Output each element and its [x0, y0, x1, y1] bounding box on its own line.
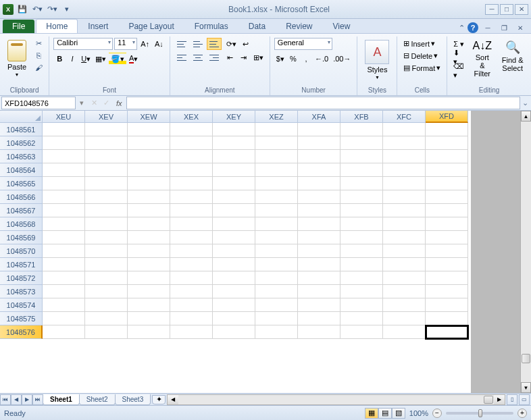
cell[interactable]	[383, 231, 426, 244]
cell[interactable]	[43, 163, 85, 177]
cell[interactable]	[128, 136, 170, 150]
cell[interactable]	[340, 298, 383, 312]
cell[interactable]	[340, 285, 383, 298]
row-header[interactable]: 1048563	[0, 150, 43, 163]
cell[interactable]	[426, 136, 468, 150]
cell[interactable]	[170, 244, 213, 258]
zoom-thumb[interactable]	[478, 409, 482, 417]
row-header[interactable]: 1048570	[0, 244, 43, 258]
insert-cells-button[interactable]: ⊞Insert ▾	[401, 38, 437, 49]
col-header[interactable]: XEW	[128, 111, 170, 123]
cell[interactable]	[43, 204, 85, 217]
scroll-left-icon[interactable]: ◀	[168, 395, 178, 404]
cell[interactable]	[128, 271, 170, 285]
minimize-button[interactable]: ─	[485, 4, 499, 15]
cell[interactable]	[85, 123, 128, 136]
cell[interactable]	[383, 190, 426, 204]
cell[interactable]	[340, 204, 383, 217]
cell[interactable]	[128, 163, 170, 177]
number-format-combo[interactable]: General	[274, 38, 332, 50]
delete-cells-button[interactable]: ⊟Delete ▾	[401, 50, 440, 61]
cell[interactable]	[128, 190, 170, 204]
cancel-formula-icon[interactable]: ✕	[88, 97, 100, 109]
italic-button[interactable]: I	[66, 53, 78, 65]
cell[interactable]	[213, 150, 255, 163]
normal-view-icon[interactable]: ▦	[365, 408, 378, 419]
cell[interactable]	[43, 298, 85, 312]
cell[interactable]	[383, 258, 426, 271]
underline-button[interactable]: U▾	[79, 53, 93, 65]
cell[interactable]	[340, 177, 383, 190]
cell[interactable]	[255, 325, 298, 339]
tab-review[interactable]: Review	[276, 19, 322, 33]
cell[interactable]	[128, 123, 170, 136]
cell[interactable]	[43, 150, 85, 163]
select-all-corner[interactable]	[0, 111, 43, 123]
cell[interactable]	[426, 150, 468, 163]
cell[interactable]	[383, 217, 426, 231]
row-header[interactable]: 1048564	[0, 163, 43, 177]
format-cells-button[interactable]: ▤Format ▾	[401, 62, 442, 74]
zoom-slider[interactable]	[446, 412, 513, 415]
cell[interactable]	[255, 204, 298, 217]
cell[interactable]	[170, 312, 213, 325]
cell[interactable]	[340, 312, 383, 325]
cell[interactable]	[255, 217, 298, 231]
redo-icon[interactable]: ↷▾	[46, 3, 58, 16]
cell[interactable]	[43, 217, 85, 231]
row-header[interactable]: 1048565	[0, 177, 43, 190]
cell[interactable]	[255, 150, 298, 163]
cell[interactable]	[43, 325, 85, 339]
cell[interactable]	[85, 285, 128, 298]
cell[interactable]	[298, 217, 340, 231]
cell[interactable]	[213, 231, 255, 244]
cell[interactable]	[426, 325, 468, 339]
find-select-button[interactable]: 🔍 Find & Select	[498, 38, 527, 74]
cell[interactable]	[383, 136, 426, 150]
cell[interactable]	[383, 244, 426, 258]
last-sheet-icon[interactable]: ⏭	[32, 394, 43, 405]
row-header[interactable]: 1048569	[0, 231, 43, 244]
align-top-icon[interactable]	[174, 38, 189, 50]
cell[interactable]	[43, 271, 85, 285]
cell[interactable]	[383, 163, 426, 177]
orientation-icon[interactable]: ⟳▾	[224, 38, 238, 50]
cell[interactable]	[43, 177, 85, 190]
merge-center-icon[interactable]: ⊞▾	[251, 51, 266, 63]
cell[interactable]	[213, 244, 255, 258]
cell[interactable]	[298, 325, 340, 339]
cell[interactable]	[43, 285, 85, 298]
cell[interactable]	[340, 190, 383, 204]
cell[interactable]	[298, 244, 340, 258]
cell[interactable]	[383, 150, 426, 163]
sheet-tab[interactable]: Sheet2	[79, 394, 116, 405]
cell[interactable]	[340, 136, 383, 150]
horizontal-scrollbar[interactable]: ◀ ▶	[167, 394, 505, 405]
cell[interactable]	[255, 285, 298, 298]
cell[interactable]	[85, 136, 128, 150]
cell[interactable]	[298, 123, 340, 136]
cell[interactable]	[128, 150, 170, 163]
row-header[interactable]: 1048566	[0, 190, 43, 204]
cell[interactable]	[43, 231, 85, 244]
cell[interactable]	[298, 204, 340, 217]
cell[interactable]	[255, 136, 298, 150]
cell[interactable]	[85, 258, 128, 271]
cell[interactable]	[340, 163, 383, 177]
cell[interactable]	[255, 190, 298, 204]
cell[interactable]	[298, 258, 340, 271]
cell[interactable]	[85, 177, 128, 190]
scroll-down-icon[interactable]: ▼	[521, 382, 531, 393]
cell[interactable]	[426, 231, 468, 244]
cell[interactable]	[170, 217, 213, 231]
cell[interactable]	[85, 312, 128, 325]
cell[interactable]	[340, 123, 383, 136]
cell[interactable]	[383, 177, 426, 190]
currency-icon[interactable]: $▾	[274, 53, 286, 65]
close-button[interactable]: ✕	[515, 4, 528, 15]
col-header[interactable]: XEX	[170, 111, 213, 123]
cell[interactable]	[85, 204, 128, 217]
cell[interactable]	[298, 190, 340, 204]
cell[interactable]	[85, 190, 128, 204]
cell[interactable]	[340, 271, 383, 285]
